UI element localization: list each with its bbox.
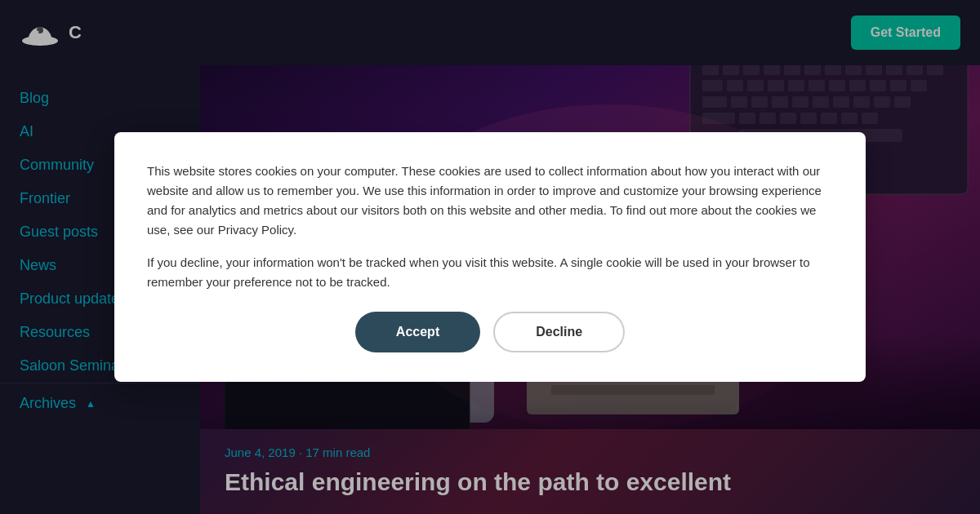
modal-overlay: This website stores cookies on your comp…: [0, 0, 980, 514]
accept-button[interactable]: Accept: [355, 312, 480, 352]
cookie-text-2: If you decline, your information won't b…: [147, 253, 833, 292]
decline-button[interactable]: Decline: [493, 312, 625, 352]
cookie-modal: This website stores cookies on your comp…: [114, 132, 866, 382]
cookie-text-1: This website stores cookies on your comp…: [147, 162, 833, 240]
cookie-buttons: Accept Decline: [147, 312, 833, 352]
